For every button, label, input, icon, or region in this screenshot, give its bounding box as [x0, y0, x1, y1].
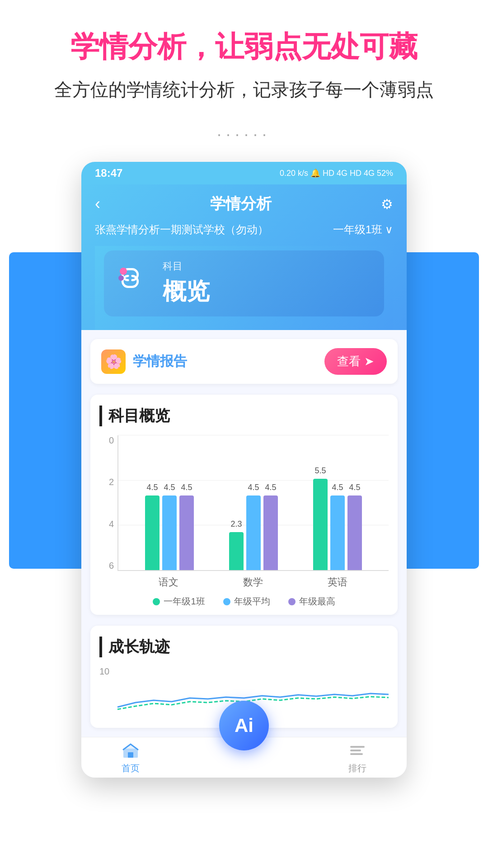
bars-area: 4.5 4.5 4.5 — [118, 435, 389, 570]
page-header: 学情分析，让弱点无处可藏 全方位的学情统计分析，记录孩子每一个薄弱点 — [0, 0, 488, 111]
bar-label-yuwen-3: 4.5 — [181, 483, 192, 492]
legend-label-class: 一年级1班 — [164, 595, 205, 608]
page-title: 学情分析，让弱点无处可藏 — [36, 27, 452, 66]
phone-screen: 18:47 0.20 k/s 🔔 HD 4G HD 4G 52% ‹ 学情分析 … — [81, 162, 407, 778]
nav-item-home[interactable]: 首页 — [121, 741, 141, 774]
rank-icon — [347, 741, 367, 760]
legend-item-class: 一年级1班 — [153, 595, 205, 608]
report-title: 学情报告 — [133, 352, 187, 371]
tab-dot1 — [120, 268, 127, 275]
legend-dot-top — [288, 598, 296, 605]
bar-group-bars-yuwen: 4.5 4.5 4.5 — [145, 495, 194, 570]
status-bar: 18:47 0.20 k/s 🔔 HD 4G HD 4G 52% — [81, 162, 407, 184]
bar-yingyu-green: 5.5 — [313, 479, 328, 570]
main-content: 🌸 学情报告 查看 ➤ 科目概览 6 4 2 — [81, 330, 407, 737]
y-label-0: 0 — [99, 435, 117, 446]
chart-section-title: 科目概览 — [99, 406, 389, 426]
report-card: 🌸 学情报告 查看 ➤ — [90, 339, 398, 384]
bar-yuwen-blue: 4.5 — [162, 495, 177, 570]
ai-button[interactable]: Ai — [219, 701, 269, 750]
bar-label-shuxue-2: 4.5 — [248, 483, 259, 492]
bar-group-shuxue: 2.3 4.5 4.5 — [229, 495, 278, 570]
bar-label-yingyu-3: 4.5 — [349, 483, 360, 492]
settings-button[interactable]: ⚙ — [381, 196, 393, 212]
svg-rect-2 — [350, 746, 365, 748]
bar-label-shuxue-3: 4.5 — [265, 483, 276, 492]
chart-y-axis: 6 4 2 0 — [99, 435, 117, 589]
bar-label-yuwen-2: 4.5 — [164, 483, 175, 492]
tab-text-area: 科目 概览 — [163, 259, 210, 307]
bar-shuxue-green: 2.3 — [229, 532, 244, 570]
chart-legend: 一年级1班 年级平均 年级最高 — [99, 595, 389, 608]
bar-label-yuwen-1: 4.5 — [146, 483, 158, 492]
status-right-icons: 0.20 k/s 🔔 HD 4G HD 4G 52% — [280, 168, 393, 178]
chart-x-labels: 语文 数学 英语 — [117, 571, 389, 589]
chart-section: 科目概览 6 4 2 0 — [90, 395, 398, 615]
chart-wrapper: 6 4 2 0 — [99, 435, 389, 589]
svg-rect-4 — [350, 753, 363, 755]
y-label-4: 4 — [99, 519, 117, 529]
home-icon — [121, 741, 141, 760]
phone-mockup: 18:47 0.20 k/s 🔔 HD 4G HD 4G 52% ‹ 学情分析 … — [81, 162, 407, 778]
nav-label-home: 首页 — [122, 762, 140, 774]
bar-yuwen-green: 4.5 — [145, 495, 160, 570]
nav-label-rank: 排行 — [348, 762, 366, 774]
page-subtitle: 全方位的学情统计分析，记录孩子每一个薄弱点 — [36, 77, 452, 102]
bar-yingyu-blue: 4.5 — [330, 495, 345, 570]
status-icons: 0.20 k/s 🔔 HD 4G HD 4G 52% — [280, 168, 393, 178]
report-left: 🌸 学情报告 — [101, 349, 187, 374]
x-label-yingyu: 英语 — [328, 576, 347, 589]
y-label-6: 6 — [99, 561, 117, 571]
legend-item-avg: 年级平均 — [223, 595, 270, 608]
bar-yuwen-purple: 4.5 — [179, 495, 194, 570]
view-report-button[interactable]: 查看 ➤ — [324, 348, 387, 375]
growth-title: 成长轨迹 — [99, 637, 389, 657]
x-label-shuxue: 数学 — [243, 576, 263, 589]
status-time: 18:47 — [95, 167, 122, 179]
legend-label-avg: 年级平均 — [234, 595, 270, 608]
legend-dot-avg — [223, 598, 230, 605]
x-label-yuwen: 语文 — [159, 576, 178, 589]
tab-overview: 概览 — [163, 276, 210, 307]
tab-area: 科目 概览 — [95, 246, 393, 330]
bar-group-yingyu: 5.5 4.5 4.5 — [313, 479, 362, 570]
school-name: 张燕学情分析一期测试学校（勿动） — [95, 222, 268, 237]
legend-label-top: 年级最高 — [299, 595, 335, 608]
class-chevron-icon: ∨ — [385, 223, 393, 236]
view-btn-label: 查看 — [337, 354, 361, 369]
tab-card[interactable]: 科目 概览 — [104, 250, 384, 316]
dots-decoration: ······ — [0, 125, 488, 144]
back-button[interactable]: ‹ — [95, 194, 100, 213]
legend-item-top: 年级最高 — [288, 595, 335, 608]
tab-icon-area — [117, 265, 154, 302]
view-btn-icon: ➤ — [364, 354, 374, 368]
report-emoji: 🌸 — [105, 354, 122, 369]
class-selector[interactable]: 一年级1班 ∨ — [333, 222, 393, 237]
bar-group-bars-shuxue: 2.3 4.5 4.5 — [229, 495, 278, 570]
ai-button-container: Ai — [219, 701, 269, 750]
tab-dot2 — [118, 275, 124, 281]
report-icon: 🌸 — [101, 349, 126, 374]
header-nav: ‹ 学情分析 ⚙ — [95, 193, 393, 214]
chart-body: 4.5 4.5 4.5 — [117, 435, 389, 589]
bar-yingyu-purple: 4.5 — [347, 495, 362, 570]
school-row: 张燕学情分析一期测试学校（勿动） 一年级1班 ∨ — [95, 222, 393, 237]
bar-label-yingyu-1: 5.5 — [314, 466, 326, 476]
svg-rect-3 — [350, 750, 361, 751]
bar-shuxue-purple: 4.5 — [263, 495, 278, 570]
bar-label-shuxue-1: 2.3 — [230, 519, 242, 529]
growth-y-label: 10 — [99, 666, 109, 677]
chart-plot: 4.5 4.5 4.5 — [117, 435, 389, 571]
header-title: 学情分析 — [210, 193, 272, 214]
class-label: 一年级1班 — [333, 222, 382, 237]
y-label-2: 2 — [99, 477, 117, 487]
app-header: ‹ 学情分析 ⚙ 张燕学情分析一期测试学校（勿动） 一年级1班 ∨ — [81, 184, 407, 330]
bar-shuxue-blue: 4.5 — [246, 495, 261, 570]
bar-label-yingyu-2: 4.5 — [332, 483, 343, 492]
tab-label: 科目 — [163, 259, 210, 273]
bar-group-yuwen: 4.5 4.5 4.5 — [145, 495, 194, 570]
bar-group-bars-yingyu: 5.5 4.5 4.5 — [313, 479, 362, 570]
nav-item-rank[interactable]: 排行 — [347, 741, 367, 774]
legend-dot-class — [153, 598, 160, 605]
